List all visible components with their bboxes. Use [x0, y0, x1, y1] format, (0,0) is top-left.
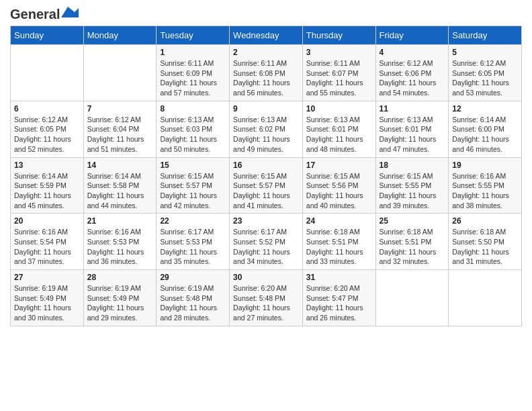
day-info: Sunrise: 6:13 AM Sunset: 6:01 PM Dayligh… [380, 115, 445, 154]
day-of-week-header: Saturday [449, 26, 522, 45]
header: General [10, 7, 522, 20]
calendar-week-row: 27Sunrise: 6:19 AM Sunset: 5:49 PM Dayli… [11, 270, 522, 326]
day-info: Sunrise: 6:18 AM Sunset: 5:50 PM Dayligh… [452, 227, 518, 267]
calendar-cell: 27Sunrise: 6:19 AM Sunset: 5:49 PM Dayli… [11, 270, 84, 326]
day-info: Sunrise: 6:18 AM Sunset: 5:51 PM Dayligh… [380, 227, 445, 267]
day-info: Sunrise: 6:14 AM Sunset: 5:59 PM Dayligh… [14, 171, 80, 211]
logo: General [10, 7, 79, 20]
calendar-cell: 6Sunrise: 6:12 AM Sunset: 6:05 PM Daylig… [11, 101, 84, 157]
calendar-cell: 19Sunrise: 6:16 AM Sunset: 5:55 PM Dayli… [449, 157, 522, 214]
calendar-cell [375, 270, 449, 326]
day-info: Sunrise: 6:12 AM Sunset: 6:05 PM Dayligh… [14, 115, 80, 154]
day-info: Sunrise: 6:12 AM Sunset: 6:06 PM Dayligh… [380, 58, 445, 98]
day-info: Sunrise: 6:14 AM Sunset: 6:00 PM Dayligh… [452, 115, 518, 154]
day-info: Sunrise: 6:13 AM Sunset: 6:02 PM Dayligh… [233, 115, 299, 154]
day-info: Sunrise: 6:14 AM Sunset: 5:58 PM Dayligh… [87, 171, 153, 211]
logo-icon [61, 4, 79, 21]
day-number: 30 [233, 273, 299, 282]
day-number: 4 [380, 48, 445, 57]
day-number: 27 [14, 273, 80, 282]
day-number: 20 [14, 216, 80, 226]
calendar-cell [83, 45, 157, 101]
calendar-cell: 8Sunrise: 6:13 AM Sunset: 6:03 PM Daylig… [157, 101, 230, 157]
calendar-cell: 25Sunrise: 6:18 AM Sunset: 5:51 PM Dayli… [375, 214, 449, 270]
day-number: 3 [306, 48, 372, 57]
calendar-cell: 17Sunrise: 6:15 AM Sunset: 5:56 PM Dayli… [302, 157, 375, 214]
day-of-week-header: Thursday [302, 26, 375, 45]
calendar-cell: 14Sunrise: 6:14 AM Sunset: 5:58 PM Dayli… [83, 157, 157, 214]
calendar-cell: 2Sunrise: 6:11 AM Sunset: 6:08 PM Daylig… [230, 45, 303, 101]
day-number: 31 [306, 273, 372, 282]
day-of-week-header: Friday [375, 26, 449, 45]
day-info: Sunrise: 6:13 AM Sunset: 6:03 PM Dayligh… [160, 115, 226, 154]
day-number: 26 [452, 216, 518, 226]
calendar-cell: 21Sunrise: 6:16 AM Sunset: 5:53 PM Dayli… [83, 214, 157, 270]
day-info: Sunrise: 6:20 AM Sunset: 5:48 PM Dayligh… [233, 283, 299, 323]
day-info: Sunrise: 6:12 AM Sunset: 6:05 PM Dayligh… [452, 58, 518, 98]
calendar-week-row: 1Sunrise: 6:11 AM Sunset: 6:09 PM Daylig… [11, 45, 522, 101]
day-info: Sunrise: 6:19 AM Sunset: 5:48 PM Dayligh… [160, 283, 226, 323]
day-info: Sunrise: 6:15 AM Sunset: 5:56 PM Dayligh… [306, 171, 372, 211]
day-number: 18 [380, 161, 445, 170]
calendar-cell [11, 45, 84, 101]
day-info: Sunrise: 6:15 AM Sunset: 5:55 PM Dayligh… [380, 171, 445, 211]
calendar-cell: 18Sunrise: 6:15 AM Sunset: 5:55 PM Dayli… [375, 157, 449, 214]
day-info: Sunrise: 6:20 AM Sunset: 5:47 PM Dayligh… [306, 283, 372, 323]
day-info: Sunrise: 6:15 AM Sunset: 5:57 PM Dayligh… [160, 171, 226, 211]
calendar-cell: 16Sunrise: 6:15 AM Sunset: 5:57 PM Dayli… [230, 157, 303, 214]
calendar-cell: 1Sunrise: 6:11 AM Sunset: 6:09 PM Daylig… [157, 45, 230, 101]
svg-marker-0 [61, 7, 79, 17]
calendar-cell: 28Sunrise: 6:19 AM Sunset: 5:49 PM Dayli… [83, 270, 157, 326]
day-number: 19 [452, 161, 518, 170]
day-info: Sunrise: 6:16 AM Sunset: 5:55 PM Dayligh… [452, 171, 518, 211]
calendar-cell: 7Sunrise: 6:12 AM Sunset: 6:04 PM Daylig… [83, 101, 157, 157]
calendar-cell: 23Sunrise: 6:17 AM Sunset: 5:52 PM Dayli… [230, 214, 303, 270]
day-number: 8 [160, 104, 226, 113]
day-number: 6 [14, 104, 80, 113]
day-of-week-header: Monday [83, 26, 157, 45]
calendar-cell: 5Sunrise: 6:12 AM Sunset: 6:05 PM Daylig… [449, 45, 522, 101]
calendar-cell: 12Sunrise: 6:14 AM Sunset: 6:00 PM Dayli… [449, 101, 522, 157]
day-info: Sunrise: 6:19 AM Sunset: 5:49 PM Dayligh… [87, 283, 153, 323]
calendar-cell: 15Sunrise: 6:15 AM Sunset: 5:57 PM Dayli… [157, 157, 230, 214]
day-number: 28 [87, 273, 153, 282]
day-number: 24 [306, 216, 372, 226]
day-number: 15 [160, 161, 226, 170]
calendar-week-row: 6Sunrise: 6:12 AM Sunset: 6:05 PM Daylig… [11, 101, 522, 157]
calendar-cell [449, 270, 522, 326]
day-number: 16 [233, 161, 299, 170]
day-info: Sunrise: 6:16 AM Sunset: 5:53 PM Dayligh… [87, 227, 153, 267]
day-number: 12 [452, 104, 518, 113]
header-row: SundayMondayTuesdayWednesdayThursdayFrid… [11, 26, 522, 45]
calendar-cell: 26Sunrise: 6:18 AM Sunset: 5:50 PM Dayli… [449, 214, 522, 270]
day-info: Sunrise: 6:11 AM Sunset: 6:09 PM Dayligh… [160, 58, 226, 98]
calendar-cell: 10Sunrise: 6:13 AM Sunset: 6:01 PM Dayli… [302, 101, 375, 157]
day-of-week-header: Sunday [11, 26, 84, 45]
day-number: 7 [87, 104, 153, 113]
day-number: 11 [380, 104, 445, 113]
calendar-cell: 11Sunrise: 6:13 AM Sunset: 6:01 PM Dayli… [375, 101, 449, 157]
calendar-cell: 22Sunrise: 6:17 AM Sunset: 5:53 PM Dayli… [157, 214, 230, 270]
calendar-cell: 20Sunrise: 6:16 AM Sunset: 5:54 PM Dayli… [11, 214, 84, 270]
day-number: 10 [306, 104, 372, 113]
day-number: 25 [380, 216, 445, 226]
day-number: 21 [87, 216, 153, 226]
day-number: 23 [233, 216, 299, 226]
day-number: 5 [452, 48, 518, 57]
day-info: Sunrise: 6:16 AM Sunset: 5:54 PM Dayligh… [14, 227, 80, 267]
calendar-cell: 9Sunrise: 6:13 AM Sunset: 6:02 PM Daylig… [230, 101, 303, 157]
calendar-week-row: 20Sunrise: 6:16 AM Sunset: 5:54 PM Dayli… [11, 214, 522, 270]
calendar-cell: 3Sunrise: 6:11 AM Sunset: 6:07 PM Daylig… [302, 45, 375, 101]
day-info: Sunrise: 6:13 AM Sunset: 6:01 PM Dayligh… [306, 115, 372, 154]
day-number: 29 [160, 273, 226, 282]
day-of-week-header: Tuesday [157, 26, 230, 45]
calendar-cell: 13Sunrise: 6:14 AM Sunset: 5:59 PM Dayli… [11, 157, 84, 214]
day-info: Sunrise: 6:17 AM Sunset: 5:52 PM Dayligh… [233, 227, 299, 267]
day-number: 14 [87, 161, 153, 170]
day-number: 22 [160, 216, 226, 226]
day-of-week-header: Wednesday [230, 26, 303, 45]
day-info: Sunrise: 6:11 AM Sunset: 6:07 PM Dayligh… [306, 58, 372, 98]
calendar-cell: 24Sunrise: 6:18 AM Sunset: 5:51 PM Dayli… [302, 214, 375, 270]
day-info: Sunrise: 6:17 AM Sunset: 5:53 PM Dayligh… [160, 227, 226, 267]
calendar-cell: 29Sunrise: 6:19 AM Sunset: 5:48 PM Dayli… [157, 270, 230, 326]
